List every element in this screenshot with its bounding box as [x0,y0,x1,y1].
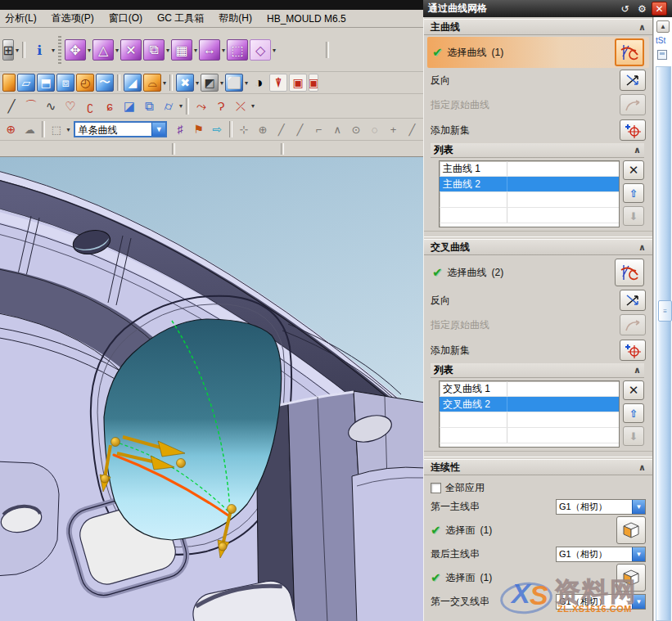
first-primary-continuity-dropdown[interactable]: G1（相切） ▼ [556,499,646,515]
trim-curve-icon[interactable]: Ɂ [212,97,230,115]
snap-existing-point-icon[interactable]: + [385,120,402,138]
apply-all-checkbox[interactable] [431,483,441,493]
list-item[interactable]: 主曲线 1 [440,161,619,177]
snap-intersection-icon[interactable]: ∧ [329,120,346,138]
snap-dashed-point-icon[interactable]: ⊹ [236,120,253,138]
move-up-button[interactable]: ⇧ [623,183,644,203]
profile-tool-icon[interactable]: ♡ [61,97,79,115]
dropdown-arrow-icon[interactable]: ▼ [632,547,645,561]
menu-window[interactable]: 窗口(O) [109,11,142,25]
show-hide-block-icon[interactable]: ▣ [289,74,307,92]
select-component-icon[interactable]: ⬚ [227,39,248,61]
selection-freehand-icon[interactable]: ☁ [21,120,38,138]
snap-endpoint-icon[interactable]: ╱ [273,120,290,138]
list-item-selected[interactable]: 交叉曲线 2 [440,397,619,412]
primary-select-curve-row[interactable]: 选择曲线 (1) [427,37,649,68]
list-item[interactable]: 交叉曲线 1 [440,381,619,397]
dropdown-arrow-icon[interactable]: ▼ [632,595,645,609]
collapse-chevron-icon[interactable]: ∧ [634,365,641,376]
render-style-icon[interactable]: ◑ [250,74,268,92]
dropdown-arrow-icon[interactable]: ▼ [632,500,645,514]
cross-curves-group-header[interactable]: 交叉曲线 ∧ [424,239,652,255]
menu-hb-mould[interactable]: HB_MOULD M6.5 [267,13,346,25]
primary-list-header[interactable]: 列表 ∧ [431,143,644,158]
menu-analysis[interactable]: 分析(L) [5,11,37,25]
pattern-component-icon[interactable]: ▦ [171,39,192,61]
rectangle-select-icon[interactable]: ⬚ [48,120,65,138]
project-curve-icon[interactable]: ʗ [81,97,99,115]
block-sketch-icon[interactable]: ⧈ [56,74,74,92]
clipped-tool-icon[interactable]: ⊞ [2,39,14,61]
collapse-chevron-icon[interactable]: ∧ [638,462,646,473]
first-primary-face-row[interactable]: 选择面 (1) [424,516,652,544]
delete-component-icon[interactable]: ✕ [120,39,142,61]
cylinder-section-icon[interactable]: ⌭ [160,97,178,115]
cross-add-set-button[interactable] [620,340,646,361]
viewport-3d-model[interactable] [0,157,423,621]
list-item-empty[interactable] [440,192,619,208]
clipped-show-icon[interactable]: ▣ [309,74,318,92]
dialog-settings-gear-icon[interactable]: ⚙ [634,2,650,16]
collapse-chevron-icon[interactable]: ∧ [638,22,646,33]
combine-curve-icon[interactable]: ɕ [101,97,119,115]
line-tool-icon[interactable]: ╱ [2,97,20,115]
move-up-button[interactable]: ⇧ [623,403,644,423]
spline-tool-icon[interactable]: ∿ [42,97,60,115]
snap-arc-center-icon[interactable]: ⊙ [348,120,365,138]
graphics-viewport[interactable] [0,157,423,621]
revolve-icon[interactable]: ◴ [76,74,94,92]
wedge-icon[interactable]: ◢ [124,74,142,92]
menu-preferences[interactable]: 首选项(P) [52,11,94,25]
component-dimension-icon[interactable]: ↔ [199,39,220,61]
dialog-reset-icon[interactable]: ↺ [617,2,633,16]
cross-select-curve-row[interactable]: 选择曲线 (2) [427,257,649,288]
menu-gc-toolbox[interactable]: GC 工具箱 [157,11,204,25]
divide-curve-icon[interactable]: ⤫ [232,97,250,115]
collapse-chevron-icon[interactable]: ∧ [638,242,646,253]
list-item-empty[interactable] [440,412,619,428]
palette-scrollbar-track[interactable]: ≡ [656,66,671,621]
menu-help[interactable]: 帮助(H) [219,11,252,25]
cross-curve-pick-button[interactable] [615,259,644,286]
sweep-icon[interactable]: 〜 [96,74,114,92]
palette-window-icon[interactable] [657,50,667,60]
first-cross-continuity-dropdown[interactable]: G1（相切） ▼ [556,594,646,610]
continuity-group-header[interactable]: 连续性 ∧ [424,459,652,475]
snap-rotate-point-icon[interactable]: ⊕ [254,120,271,138]
stop-at-intersection-icon[interactable]: ♯ [171,120,188,138]
scroll-up-icon[interactable]: ▲ [656,20,670,33]
cross-reverse-button[interactable] [620,290,646,311]
datum-plane-icon[interactable]: ▱ [17,74,35,92]
primary-reverse-button[interactable] [620,70,646,91]
dialog-titlebar[interactable]: 通过曲线网格 ↺ ⚙ ✕ [423,0,672,17]
wireframe-component-icon[interactable]: ◇ [250,39,271,61]
sheet-body-icon[interactable]: ⌓ [143,74,161,92]
dialog-close-icon[interactable]: ✕ [652,2,667,16]
remove-item-button[interactable]: ✕ [623,380,644,400]
move-component-icon[interactable]: ✥ [65,39,86,61]
palette-scrollbar-thumb[interactable]: ≡ [658,300,672,322]
clipped-feature-icon[interactable] [2,74,16,92]
last-primary-continuity-dropdown[interactable]: G1（相切） ▼ [556,547,646,562]
bridge-curve-icon[interactable]: ⤳ [192,97,210,115]
extrude-icon[interactable]: ⬒ [37,74,55,92]
follow-fillet-icon[interactable]: ⚑ [190,120,207,138]
snap-control-point-icon[interactable]: ⌐ [310,120,327,138]
assembly-constraint-icon[interactable]: △ [92,39,114,61]
last-primary-face-row[interactable]: 选择面 (1) [424,564,652,592]
intersect-plane-icon[interactable]: ⧉ [140,97,158,115]
snap-midpoint-icon[interactable]: ╱ [291,120,309,138]
list-item-empty[interactable] [440,428,619,443]
primary-curve-pick-button[interactable] [615,38,644,66]
last-primary-face-pick-button[interactable] [616,564,646,592]
curve-on-plane-icon[interactable]: ◪ [120,97,138,115]
primary-listbox[interactable]: 主曲线 1 主曲线 2 [439,160,620,227]
list-item-selected[interactable]: 主曲线 2 [440,177,619,192]
cross-listbox[interactable]: 交叉曲线 1 交叉曲线 2 [439,380,620,448]
curve-rule-combo[interactable]: 单条曲线 ▼ [74,121,167,137]
snap-point-target-icon[interactable]: ⊕ [2,120,20,138]
info-dialog-icon[interactable]: ℹ [29,39,50,61]
first-primary-face-pick-button[interactable] [616,516,646,544]
combo-dropdown-icon[interactable]: ▼ [151,123,165,136]
arc-tool-icon[interactable]: ⌒ [22,97,40,115]
